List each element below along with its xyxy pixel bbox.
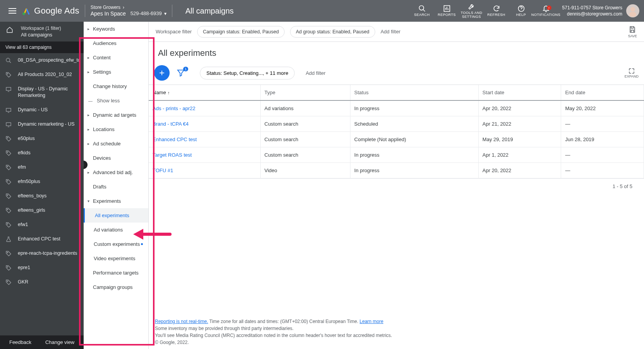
view-all-campaigns[interactable]: View all 63 campaigns xyxy=(0,41,84,53)
feedback-link[interactable]: Feedback xyxy=(9,339,31,345)
reports-icon xyxy=(443,5,451,12)
help-icon xyxy=(517,5,525,12)
sidebar-campaign-item[interactable]: epre-reach-tcpa-ingredients xyxy=(0,246,84,261)
column-name[interactable]: Name↑ xyxy=(149,85,260,100)
notifications-button[interactable]: ! NOTIFICATIONS xyxy=(534,5,558,17)
nav-item-custom-experiments[interactable]: Custom experiments xyxy=(84,237,148,251)
nav-item-ad-variations[interactable]: Ad variations xyxy=(84,223,148,237)
hamburger-menu-icon[interactable] xyxy=(5,3,20,19)
table-row[interactable]: Ads - prints - apr22Ad variationsIn prog… xyxy=(149,100,644,116)
expand-icon xyxy=(628,67,635,74)
account-id: 529-488-6939 xyxy=(131,10,162,17)
chevron-right-icon: › xyxy=(123,5,124,10)
nav-item-video-experiments[interactable]: Video experiments xyxy=(84,251,148,266)
nav-item-keywords[interactable]: Keywords xyxy=(84,22,148,36)
nav-item-locations[interactable]: Locations xyxy=(84,122,148,136)
nav-item-devices[interactable]: Devices xyxy=(84,151,148,165)
nav-item-content[interactable]: Content xyxy=(84,50,148,65)
status-filter-chip[interactable]: Status: Setup, Creating..., + 11 more xyxy=(200,67,295,79)
nav-item-audiences[interactable]: Audiences xyxy=(84,36,148,50)
change-view-link[interactable]: Change view xyxy=(45,339,74,345)
svg-point-5 xyxy=(7,73,8,74)
workspace-filter-bar: Workspace filter Campaign status: Enable… xyxy=(149,22,644,42)
learn-more-link[interactable]: Learn more xyxy=(360,319,383,324)
help-button[interactable]: HELP xyxy=(509,5,534,17)
reporting-realtime-link[interactable]: Reporting is not real-time. xyxy=(155,319,208,324)
nav-item-dynamic-ad-targets[interactable]: Dynamic ad targets xyxy=(84,108,148,122)
experiment-name-link[interactable]: Enhanced CPC test xyxy=(149,132,260,147)
dropdown-caret-icon: ▾ xyxy=(164,11,167,16)
experiment-start-date: Apr 20, 2022 xyxy=(478,100,561,116)
add-experiment-button[interactable]: + xyxy=(154,65,170,81)
experiment-type: Ad variations xyxy=(260,100,350,116)
search-button[interactable]: SEARCH xyxy=(410,5,434,17)
nav-item-experiments[interactable]: Experiments xyxy=(84,194,148,208)
tools-button[interactable]: TOOLS AND SETTINGS xyxy=(459,3,484,19)
add-filter-button[interactable]: Add filter xyxy=(306,70,325,76)
experiment-name-link[interactable]: Brand - tCPA €4 xyxy=(149,116,260,132)
product-logo[interactable]: Google Ads xyxy=(22,6,79,16)
filter-chip-campaign-status[interactable]: Campaign status: Enabled, Paused xyxy=(197,26,285,38)
table-row[interactable]: Target ROAS testCustom searchIn progress… xyxy=(149,147,644,163)
expand-button[interactable]: EXPAND xyxy=(625,67,639,78)
experiment-type: Custom search xyxy=(260,147,350,163)
user-menu[interactable]: 571-911-0757 Store Growers dennis@storeg… xyxy=(562,4,639,17)
sidebar-campaign-item[interactable]: Dynamic - US xyxy=(0,103,84,117)
account-switcher[interactable]: Store Growers › Apes In Space 529-488-69… xyxy=(91,5,167,17)
display-icon xyxy=(5,107,12,113)
refresh-button[interactable]: REFRESH xyxy=(484,5,509,17)
sidebar-campaign-item[interactable]: efm50plus xyxy=(0,174,84,189)
table-row[interactable]: Brand - tCPA €4Custom searchScheduledApr… xyxy=(149,116,644,132)
sidebar-campaign-item[interactable]: epre1 xyxy=(0,261,84,275)
column-start-date[interactable]: Start date xyxy=(478,85,561,100)
nav-item-all-experiments[interactable]: All experiments xyxy=(84,208,148,223)
nav-item-ad-schedule[interactable]: Ad schedule xyxy=(84,136,148,151)
sidebar-campaign-item[interactable]: All Products 2020_10_02 xyxy=(0,67,84,82)
nav-item-settings[interactable]: Settings xyxy=(84,65,148,79)
column-type[interactable]: Type xyxy=(260,85,350,100)
table-row[interactable]: TOFU #1VideoIn progressApr 20, 2022— xyxy=(149,163,644,178)
sidebar-campaign-item[interactable]: efteens_girls xyxy=(0,203,84,218)
divider xyxy=(172,5,172,17)
nav-item-advanced-bid-adj-[interactable]: Advanced bid adj. xyxy=(84,165,148,180)
sidebar-campaign-item[interactable]: Enhanced CPC test xyxy=(0,232,84,246)
sidebar-campaign-item[interactable]: Display - US - Dynamic Remarketing xyxy=(0,82,84,103)
sidebar-campaign-item[interactable]: e50plus xyxy=(0,131,84,146)
table-row[interactable]: Enhanced CPC testCustom searchComplete (… xyxy=(149,132,644,147)
nav-item-performance-targets[interactable]: Performance targets xyxy=(84,266,148,280)
sidebar-campaign-item[interactable]: GKR xyxy=(0,275,84,289)
experiment-start-date: Apr 21, 2022 xyxy=(478,116,561,132)
add-filter-link[interactable]: Add filter xyxy=(381,29,400,35)
experiment-name-link[interactable]: Target ROAS test xyxy=(149,147,260,163)
sidebar-campaign-item[interactable]: efm xyxy=(0,160,84,174)
nav-item-drafts[interactable]: Drafts xyxy=(84,180,148,194)
sidebar-campaign-item[interactable]: Dynamic remarketing - US xyxy=(0,117,84,131)
sidebar-campaign-item[interactable]: efkids xyxy=(0,146,84,160)
filter-chip-adgroup-status[interactable]: Ad group status: Enabled, Paused xyxy=(290,26,375,38)
column-end-date[interactable]: End date xyxy=(561,85,644,100)
reports-button[interactable]: REPORTS xyxy=(434,5,459,17)
svg-point-16 xyxy=(7,252,8,253)
topbar: Google Ads Store Growers › Apes In Space… xyxy=(0,0,644,22)
display-icon xyxy=(5,121,12,128)
experiments-table: Name↑TypeStatusStart dateEnd date Ads - … xyxy=(149,85,644,178)
sidebar-campaign-item[interactable]: efteens_boys xyxy=(0,189,84,203)
experiment-status: In progress xyxy=(350,147,478,163)
sidebar-campaign-item[interactable]: 08_DSA_prospecting_efw_tcpa xyxy=(0,53,84,67)
nav-item-campaign-groups[interactable]: Campaign groups xyxy=(84,280,148,294)
svg-point-14 xyxy=(7,209,8,210)
workspace-header[interactable]: Workspace (1 filter) All campaigns xyxy=(0,22,84,41)
svg-point-12 xyxy=(7,180,8,181)
experiment-name-link[interactable]: TOFU #1 xyxy=(149,163,260,178)
page-title: All campaigns xyxy=(185,7,234,16)
svg-point-18 xyxy=(7,281,8,282)
save-button[interactable]: SAVE xyxy=(628,26,637,38)
filter-button[interactable]: 1 xyxy=(177,69,185,77)
nav-item-show-less[interactable]: Show less xyxy=(84,93,148,108)
nav-item-change-history[interactable]: Change history xyxy=(84,79,148,93)
sidebar-campaign-item[interactable]: efw1 xyxy=(0,218,84,232)
flask-icon xyxy=(5,236,12,242)
column-status[interactable]: Status xyxy=(350,85,478,100)
experiment-name-link[interactable]: Ads - prints - apr22 xyxy=(149,100,260,116)
filter-count-badge: 1 xyxy=(183,67,188,71)
